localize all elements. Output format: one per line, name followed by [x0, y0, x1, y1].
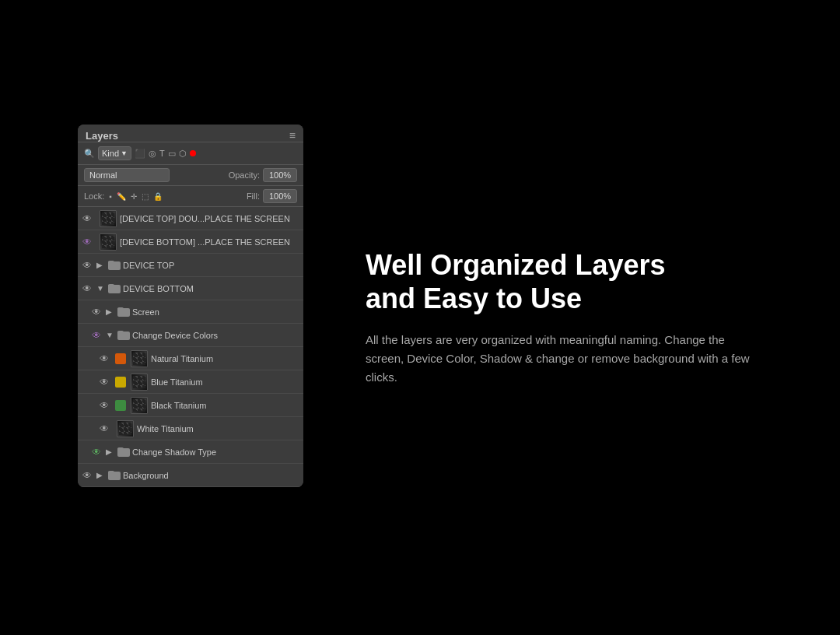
main-heading: Well Organized Layers and Easy to Use	[366, 248, 754, 315]
search-icon: 🔍	[84, 149, 95, 159]
layer-thumbnail	[117, 420, 134, 437]
layer-name: Background	[123, 471, 299, 480]
layer-name: DEVICE BOTTOM	[123, 284, 299, 293]
lock-controls: Lock: ▪ ✏️ ✛ ⬚ 🔒	[84, 191, 163, 201]
image-filter-icon[interactable]: ⬛	[135, 149, 145, 159]
folder-icon	[117, 307, 130, 317]
visibility-icon[interactable]: 👁	[82, 237, 96, 247]
opacity-row: Opacity: 100%	[229, 168, 297, 182]
layer-name: Screen	[132, 307, 299, 317]
layer-row[interactable]: 👁 ▶ Screen	[78, 300, 303, 324]
panel-menu-icon[interactable]: ≡	[289, 129, 296, 142]
layer-name: [DEVICE TOP] DOU...PLACE THE SCREEN	[120, 214, 299, 223]
body-text: All the layers are very organized with m…	[366, 331, 754, 387]
folder-icon	[108, 471, 121, 480]
visibility-icon[interactable]: 👁	[100, 423, 114, 434]
layer-name: Change Device Colors	[132, 331, 299, 340]
visibility-icon[interactable]: 👁	[92, 330, 106, 341]
smart-filter-icon[interactable]: ⬡	[179, 149, 187, 159]
layer-thumbnail	[131, 350, 148, 367]
layer-name: [DEVICE BOTTOM] ...PLACE THE SCREEN	[120, 237, 299, 247]
folder-icon	[108, 261, 121, 270]
collapse-arrow-icon[interactable]: ▼	[96, 284, 106, 293]
fill-row: Fill: 100%	[247, 189, 297, 203]
color-label	[115, 377, 126, 388]
lock-paint-icon[interactable]: ✏️	[117, 192, 126, 201]
layer-name: Natural Titanium	[151, 354, 299, 363]
adjustment-filter-icon[interactable]: ◎	[149, 149, 156, 159]
visibility-icon[interactable]: 👁	[92, 307, 106, 318]
layer-row[interactable]: 👁 ▼ Change Device Colors	[78, 324, 303, 347]
layer-row[interactable]: 👁 ▼ DEVICE BOTTOM	[78, 277, 303, 300]
dropdown-arrow: ▼	[121, 149, 128, 157]
lock-all-icon[interactable]: 🔒	[153, 192, 163, 201]
opacity-value[interactable]: 100%	[263, 168, 297, 182]
visibility-icon[interactable]: 👁	[82, 470, 96, 481]
expand-arrow-icon[interactable]: ▶	[96, 471, 106, 479]
layer-thumbnail	[131, 374, 148, 391]
shape-filter-icon[interactable]: ▭	[168, 149, 176, 159]
layer-thumbnail	[100, 233, 117, 251]
layer-row[interactable]: 👁 Blue Titanium	[78, 370, 303, 394]
layer-row[interactable]: 👁 [DEVICE BOTTOM] ...PLACE THE SCREEN	[78, 230, 303, 254]
blend-mode-select[interactable]: Normal	[84, 168, 170, 182]
layer-row[interactable]: 👁 ▶ Background	[78, 464, 303, 487]
folder-icon	[108, 284, 121, 293]
collapse-arrow-icon[interactable]: ▼	[106, 331, 115, 339]
layer-name: Change Shadow Type	[132, 447, 299, 457]
layer-name: Blue Titanium	[151, 377, 299, 387]
visibility-icon[interactable]: 👁	[100, 400, 114, 411]
layer-row[interactable]: 👁 White Titanium	[78, 417, 303, 440]
blend-row: Normal Opacity: 100%	[78, 165, 303, 186]
expand-arrow-icon[interactable]: ▶	[96, 261, 106, 269]
visibility-icon[interactable]: 👁	[100, 377, 114, 388]
text-filter-icon[interactable]: T	[159, 149, 165, 158]
color-label	[115, 400, 126, 411]
layer-row[interactable]: 👁 ▶ Change Shadow Type	[78, 440, 303, 464]
folder-icon	[117, 331, 130, 340]
kind-dropdown[interactable]: Kind ▼	[98, 146, 131, 160]
folder-icon	[117, 447, 130, 457]
layer-name: White Titanium	[137, 424, 299, 433]
layer-row[interactable]: 👁 ▶ DEVICE TOP	[78, 254, 303, 277]
layer-row[interactable]: 👁 Natural Titanium	[78, 347, 303, 370]
panel-header: Layers ≡	[78, 125, 303, 142]
visibility-icon[interactable]: 👁	[82, 213, 96, 224]
color-label	[115, 353, 126, 364]
visibility-icon[interactable]: 👁	[100, 353, 114, 364]
layer-row[interactable]: 👁 [DEVICE TOP] DOU...PLACE THE SCREEN	[78, 207, 303, 230]
lock-artboard-icon[interactable]: ⬚	[142, 192, 149, 201]
layer-name: DEVICE TOP	[123, 261, 299, 270]
layers-list: 👁 [DEVICE TOP] DOU...PLACE THE SCREEN 👁 …	[78, 207, 303, 487]
layer-thumbnail	[131, 397, 148, 414]
visibility-icon[interactable]: 👁	[82, 260, 96, 271]
expand-arrow-icon[interactable]: ▶	[106, 447, 115, 456]
lock-row: Lock: ▪ ✏️ ✛ ⬚ 🔒 Fill: 100%	[78, 186, 303, 207]
lock-transparency-icon[interactable]: ▪	[109, 192, 112, 201]
layer-row[interactable]: 👁 Black Titanium	[78, 394, 303, 417]
panel-title: Layers	[86, 130, 118, 142]
visibility-icon[interactable]: 👁	[92, 447, 106, 458]
layer-thumbnail	[100, 210, 117, 227]
layer-name: Black Titanium	[151, 401, 299, 410]
filter-active-dot	[190, 150, 196, 156]
visibility-icon[interactable]: 👁	[82, 283, 96, 294]
lock-position-icon[interactable]: ✛	[131, 192, 137, 201]
expand-arrow-icon[interactable]: ▶	[106, 307, 115, 316]
fill-value[interactable]: 100%	[263, 189, 297, 203]
filter-row: 🔍 Kind ▼ ⬛ ◎ T ▭ ⬡	[78, 142, 303, 165]
right-content: Well Organized Layers and Easy to Use Al…	[366, 248, 754, 387]
layers-panel: Layers ≡ 🔍 Kind ▼ ⬛ ◎ T ▭ ⬡ Normal Opaci…	[78, 125, 303, 487]
